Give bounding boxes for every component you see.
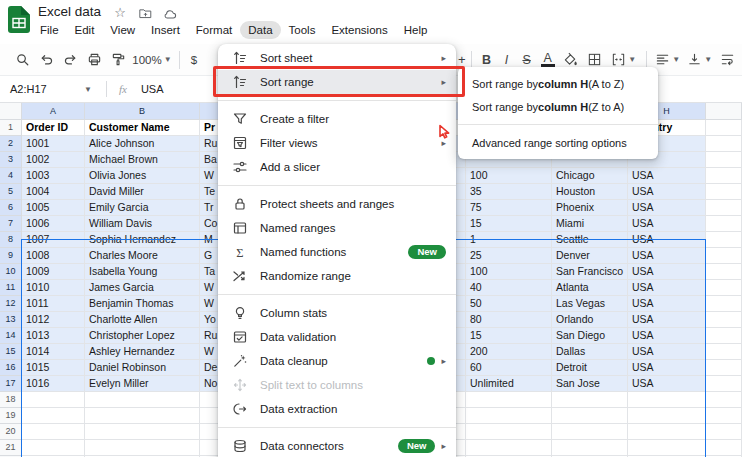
zoom-select[interactable]: 100% ▼ (130, 48, 174, 72)
cell-F14[interactable]: 15 (466, 328, 552, 344)
menubar-tools[interactable]: Tools (281, 21, 324, 39)
menu-item-named-ranges[interactable]: Named ranges (218, 216, 456, 240)
cell-x20[interactable] (706, 424, 742, 440)
cell-B6[interactable]: Emily Garcia (85, 200, 200, 216)
row-header-10[interactable]: 10 (0, 264, 22, 280)
cell-x4[interactable] (706, 168, 742, 184)
cell-F9[interactable]: 25 (466, 248, 552, 264)
cell-A16[interactable]: 1015 (22, 360, 85, 376)
cell-F18[interactable] (466, 392, 552, 408)
row-header-8[interactable]: 8 (0, 232, 22, 248)
cell-H9[interactable]: USA (628, 248, 706, 264)
cell-H16[interactable]: USA (628, 360, 706, 376)
cell-H5[interactable]: USA (628, 184, 706, 200)
cell-H8[interactable]: USA (628, 232, 706, 248)
cell-x12[interactable] (706, 296, 742, 312)
cell-B20[interactable] (85, 424, 200, 440)
search-icon[interactable] (10, 48, 34, 72)
currency-format-button[interactable]: $ (185, 48, 203, 72)
cell-x6[interactable] (706, 200, 742, 216)
name-box[interactable]: A2:H17 (0, 83, 84, 95)
menubar-edit[interactable]: Edit (67, 21, 103, 39)
plus-icon[interactable]: + (458, 52, 466, 67)
row-header-1[interactable]: 1 (0, 120, 22, 136)
menubar-format[interactable]: Format (188, 21, 240, 39)
column-header-blank[interactable] (706, 103, 742, 120)
row-header-18[interactable]: 18 (0, 392, 22, 408)
cell-F6[interactable]: 75 (466, 200, 552, 216)
cell-x21[interactable] (706, 440, 742, 456)
cell-F5[interactable]: 35 (466, 184, 552, 200)
submenu-item[interactable]: Advanced range sorting options (458, 131, 658, 154)
cell-x17[interactable] (706, 376, 742, 392)
formula-input[interactable]: USA (141, 83, 164, 95)
menubar-insert[interactable]: Insert (143, 21, 188, 39)
cell-A11[interactable]: 1010 (22, 280, 85, 296)
cell-B5[interactable]: David Miller (85, 184, 200, 200)
row-header-17[interactable]: 17 (0, 376, 22, 392)
cell-B10[interactable]: Isabella Young (85, 264, 200, 280)
row-header-2[interactable]: 2 (0, 136, 22, 152)
menu-item-data-extraction[interactable]: Data extraction (218, 397, 456, 421)
star-icon[interactable]: ☆ (112, 5, 128, 21)
print-icon[interactable] (82, 48, 106, 72)
menu-item-split-text-to-columns[interactable]: Split text to columns (218, 373, 456, 397)
cell-B11[interactable]: James Garcia (85, 280, 200, 296)
cell-B15[interactable]: Ashley Hernandez (85, 344, 200, 360)
menubar-help[interactable]: Help (396, 21, 436, 39)
cell-x16[interactable] (706, 360, 742, 376)
cell-B3[interactable]: Michael Brown (85, 152, 200, 168)
cell-B8[interactable]: Sophia Hernandez (85, 232, 200, 248)
row-header-12[interactable]: 12 (0, 296, 22, 312)
vertical-align-icon[interactable]: ▼ (684, 48, 716, 72)
cell-x8[interactable] (706, 232, 742, 248)
cell-x13[interactable] (706, 312, 742, 328)
italic-button[interactable]: I (497, 53, 517, 67)
menu-item-named-functions[interactable]: ΣNamed functionsNew (218, 240, 456, 264)
cell-F21[interactable] (466, 440, 552, 456)
cell-x14[interactable] (706, 328, 742, 344)
cell-A6[interactable]: 1005 (22, 200, 85, 216)
grid-corner[interactable] (0, 103, 22, 120)
cell-x5[interactable] (706, 184, 742, 200)
cell-H10[interactable]: USA (628, 264, 706, 280)
menubar-view[interactable]: View (102, 21, 143, 39)
cell-G15[interactable]: Dallas (552, 344, 628, 360)
cell-F4[interactable]: 100 (466, 168, 552, 184)
cell-F19[interactable] (466, 408, 552, 424)
menu-item-protect-sheets-and-ranges[interactable]: Protect sheets and ranges (218, 192, 456, 216)
cell-G14[interactable]: San Diego (552, 328, 628, 344)
cell-H11[interactable]: USA (628, 280, 706, 296)
cell-x11[interactable] (706, 280, 742, 296)
text-color-button[interactable]: A (541, 52, 555, 67)
row-header-9[interactable]: 9 (0, 248, 22, 264)
cell-G6[interactable]: Phoenix (552, 200, 628, 216)
menu-item-randomize-range[interactable]: Randomize range (218, 264, 456, 288)
cell-A20[interactable] (22, 424, 85, 440)
cell-B21[interactable] (85, 440, 200, 456)
strikethrough-button[interactable]: S (517, 53, 537, 67)
cell-B17[interactable]: Evelyn Miller (85, 376, 200, 392)
cell-A12[interactable]: 1011 (22, 296, 85, 312)
cell-G7[interactable]: Miami (552, 216, 628, 232)
menu-item-sort-range[interactable]: Sort range▸ (218, 70, 456, 94)
bold-button[interactable]: B (477, 53, 497, 67)
menu-item-sort-sheet[interactable]: Sort sheet▸ (218, 46, 456, 70)
cell-x15[interactable] (706, 344, 742, 360)
cell-F11[interactable]: 40 (466, 280, 552, 296)
row-header-4[interactable]: 4 (0, 168, 22, 184)
cell-H17[interactable]: USA (628, 376, 706, 392)
cell-H7[interactable]: USA (628, 216, 706, 232)
cell-A3[interactable]: 1002 (22, 152, 85, 168)
cell-A2[interactable]: 1001 (22, 136, 85, 152)
row-header-20[interactable]: 20 (0, 424, 22, 440)
document-title[interactable]: Excel data (38, 4, 101, 19)
cell-A13[interactable]: 1012 (22, 312, 85, 328)
cell-F7[interactable]: 15 (466, 216, 552, 232)
cell-F10[interactable]: 100 (466, 264, 552, 280)
cell-A7[interactable]: 1006 (22, 216, 85, 232)
cell-A1[interactable]: Order ID (22, 120, 85, 136)
cell-B4[interactable]: Olivia Jones (85, 168, 200, 184)
cell-H15[interactable]: USA (628, 344, 706, 360)
chevron-down-icon[interactable]: ▼ (84, 85, 92, 94)
